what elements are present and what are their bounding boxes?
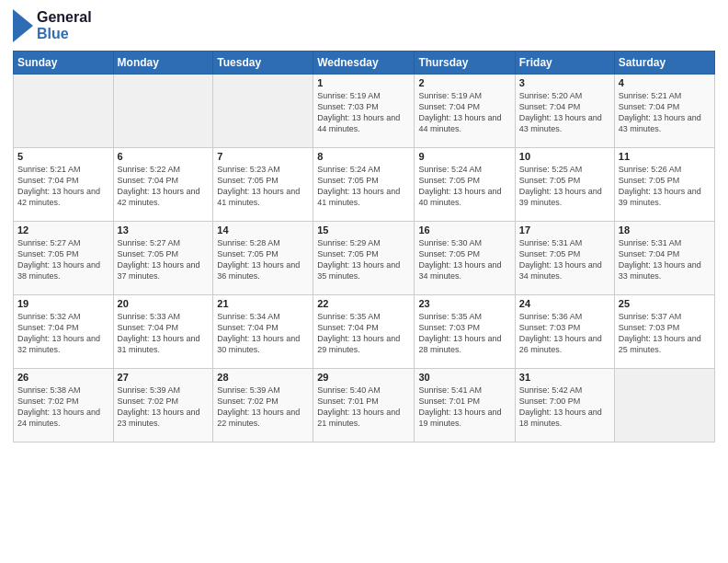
day-number: 28: [217, 372, 309, 383]
logo-general-text: General: [37, 9, 92, 26]
day-info: Sunrise: 5:33 AM Sunset: 7:04 PM Dayligh…: [118, 311, 210, 356]
day-number: 13: [118, 224, 210, 236]
day-number: 4: [619, 77, 711, 88]
day-number: 18: [619, 224, 711, 236]
calendar-cell: 26Sunrise: 5:38 AM Sunset: 7:02 PM Dayli…: [14, 368, 114, 442]
calendar-cell: 3Sunrise: 5:20 AM Sunset: 7:04 PM Daylig…: [515, 74, 614, 147]
calendar-cell: [614, 368, 714, 442]
day-number: 8: [317, 151, 410, 162]
day-info: Sunrise: 5:21 AM Sunset: 7:04 PM Dayligh…: [619, 90, 711, 135]
day-number: 31: [519, 372, 610, 383]
day-info: Sunrise: 5:42 AM Sunset: 7:00 PM Dayligh…: [519, 385, 610, 430]
week-row-4: 19Sunrise: 5:32 AM Sunset: 7:04 PM Dayli…: [14, 294, 715, 368]
weekday-header-sunday: Sunday: [14, 51, 114, 74]
weekday-header-row: SundayMondayTuesdayWednesdayThursdayFrid…: [14, 51, 715, 74]
day-info: Sunrise: 5:25 AM Sunset: 7:05 PM Dayligh…: [519, 164, 610, 209]
calendar-cell: 23Sunrise: 5:35 AM Sunset: 7:03 PM Dayli…: [415, 294, 515, 368]
day-number: 21: [217, 298, 309, 309]
calendar-cell: 25Sunrise: 5:37 AM Sunset: 7:03 PM Dayli…: [614, 294, 714, 368]
calendar-cell: 8Sunrise: 5:24 AM Sunset: 7:05 PM Daylig…: [313, 147, 415, 221]
day-info: Sunrise: 5:39 AM Sunset: 7:02 PM Dayligh…: [118, 385, 210, 430]
day-info: Sunrise: 5:38 AM Sunset: 7:02 PM Dayligh…: [17, 385, 109, 430]
day-number: 9: [418, 151, 510, 162]
calendar-cell: 18Sunrise: 5:31 AM Sunset: 7:04 PM Dayli…: [614, 221, 714, 294]
day-number: 25: [619, 298, 711, 309]
day-number: 20: [118, 298, 210, 309]
calendar-cell: 1Sunrise: 5:19 AM Sunset: 7:03 PM Daylig…: [313, 74, 415, 147]
day-number: 5: [17, 151, 109, 162]
calendar-cell: 4Sunrise: 5:21 AM Sunset: 7:04 PM Daylig…: [614, 74, 714, 147]
day-info: Sunrise: 5:26 AM Sunset: 7:05 PM Dayligh…: [619, 164, 711, 209]
calendar-cell: [213, 74, 313, 147]
calendar-table: SundayMondayTuesdayWednesdayThursdayFrid…: [13, 51, 715, 442]
day-info: Sunrise: 5:24 AM Sunset: 7:05 PM Dayligh…: [418, 164, 510, 209]
logo-blue-text: Blue: [37, 26, 92, 42]
day-number: 1: [317, 77, 410, 88]
week-row-2: 5Sunrise: 5:21 AM Sunset: 7:04 PM Daylig…: [14, 147, 715, 221]
day-number: 27: [118, 372, 210, 383]
day-number: 15: [317, 224, 410, 236]
day-number: 29: [317, 372, 410, 383]
calendar-cell: 2Sunrise: 5:19 AM Sunset: 7:04 PM Daylig…: [415, 74, 515, 147]
calendar-cell: 24Sunrise: 5:36 AM Sunset: 7:03 PM Dayli…: [515, 294, 614, 368]
day-info: Sunrise: 5:28 AM Sunset: 7:05 PM Dayligh…: [217, 237, 309, 282]
calendar-cell: 11Sunrise: 5:26 AM Sunset: 7:05 PM Dayli…: [614, 147, 714, 221]
day-info: Sunrise: 5:41 AM Sunset: 7:01 PM Dayligh…: [418, 385, 510, 430]
calendar-cell: 19Sunrise: 5:32 AM Sunset: 7:04 PM Dayli…: [14, 294, 114, 368]
day-number: 23: [418, 298, 510, 309]
calendar-cell: 12Sunrise: 5:27 AM Sunset: 7:05 PM Dayli…: [14, 221, 114, 294]
calendar-cell: 28Sunrise: 5:39 AM Sunset: 7:02 PM Dayli…: [213, 368, 313, 442]
header: GeneralBlue: [13, 9, 715, 43]
calendar-cell: 10Sunrise: 5:25 AM Sunset: 7:05 PM Dayli…: [515, 147, 614, 221]
calendar-cell: 22Sunrise: 5:35 AM Sunset: 7:04 PM Dayli…: [313, 294, 415, 368]
day-number: 10: [519, 151, 610, 162]
day-number: 3: [519, 77, 610, 88]
day-info: Sunrise: 5:34 AM Sunset: 7:04 PM Dayligh…: [217, 311, 309, 356]
calendar-cell: 15Sunrise: 5:29 AM Sunset: 7:05 PM Dayli…: [313, 221, 415, 294]
calendar-cell: 30Sunrise: 5:41 AM Sunset: 7:01 PM Dayli…: [415, 368, 515, 442]
weekday-header-tuesday: Tuesday: [213, 51, 313, 74]
day-info: Sunrise: 5:27 AM Sunset: 7:05 PM Dayligh…: [118, 237, 210, 282]
day-number: 12: [17, 224, 109, 236]
day-number: 26: [17, 372, 109, 383]
weekday-header-saturday: Saturday: [614, 51, 714, 74]
day-info: Sunrise: 5:36 AM Sunset: 7:03 PM Dayligh…: [519, 311, 610, 356]
day-info: Sunrise: 5:35 AM Sunset: 7:04 PM Dayligh…: [317, 311, 410, 356]
day-number: 2: [418, 77, 510, 88]
calendar-cell: 9Sunrise: 5:24 AM Sunset: 7:05 PM Daylig…: [415, 147, 515, 221]
calendar-cell: 17Sunrise: 5:31 AM Sunset: 7:05 PM Dayli…: [515, 221, 614, 294]
calendar-cell: 31Sunrise: 5:42 AM Sunset: 7:00 PM Dayli…: [515, 368, 614, 442]
day-info: Sunrise: 5:24 AM Sunset: 7:05 PM Dayligh…: [317, 164, 410, 209]
weekday-header-wednesday: Wednesday: [313, 51, 415, 74]
day-number: 22: [317, 298, 410, 309]
day-info: Sunrise: 5:35 AM Sunset: 7:03 PM Dayligh…: [418, 311, 510, 356]
calendar-cell: 29Sunrise: 5:40 AM Sunset: 7:01 PM Dayli…: [313, 368, 415, 442]
day-info: Sunrise: 5:30 AM Sunset: 7:05 PM Dayligh…: [418, 237, 510, 282]
calendar-cell: [14, 74, 114, 147]
week-row-1: 1Sunrise: 5:19 AM Sunset: 7:03 PM Daylig…: [14, 74, 715, 147]
day-info: Sunrise: 5:31 AM Sunset: 7:04 PM Dayligh…: [619, 237, 711, 282]
day-info: Sunrise: 5:22 AM Sunset: 7:04 PM Dayligh…: [118, 164, 210, 209]
day-number: 6: [118, 151, 210, 162]
weekday-header-thursday: Thursday: [415, 51, 515, 74]
svg-marker-0: [13, 9, 33, 42]
day-number: 16: [418, 224, 510, 236]
day-info: Sunrise: 5:32 AM Sunset: 7:04 PM Dayligh…: [17, 311, 109, 356]
calendar-cell: [113, 74, 213, 147]
day-info: Sunrise: 5:31 AM Sunset: 7:05 PM Dayligh…: [519, 237, 610, 282]
calendar-cell: 21Sunrise: 5:34 AM Sunset: 7:04 PM Dayli…: [213, 294, 313, 368]
day-info: Sunrise: 5:19 AM Sunset: 7:04 PM Dayligh…: [418, 90, 510, 135]
calendar-cell: 6Sunrise: 5:22 AM Sunset: 7:04 PM Daylig…: [113, 147, 213, 221]
day-number: 30: [418, 372, 510, 383]
weekday-header-friday: Friday: [515, 51, 614, 74]
calendar-cell: 14Sunrise: 5:28 AM Sunset: 7:05 PM Dayli…: [213, 221, 313, 294]
day-info: Sunrise: 5:39 AM Sunset: 7:02 PM Dayligh…: [217, 385, 309, 430]
calendar-page: GeneralBlue SundayMondayTuesdayWednesday…: [0, 0, 728, 563]
week-row-3: 12Sunrise: 5:27 AM Sunset: 7:05 PM Dayli…: [14, 221, 715, 294]
calendar-cell: 16Sunrise: 5:30 AM Sunset: 7:05 PM Dayli…: [415, 221, 515, 294]
logo: GeneralBlue: [13, 9, 92, 43]
day-number: 24: [519, 298, 610, 309]
day-number: 11: [619, 151, 711, 162]
calendar-cell: 27Sunrise: 5:39 AM Sunset: 7:02 PM Dayli…: [113, 368, 213, 442]
day-info: Sunrise: 5:21 AM Sunset: 7:04 PM Dayligh…: [17, 164, 109, 209]
